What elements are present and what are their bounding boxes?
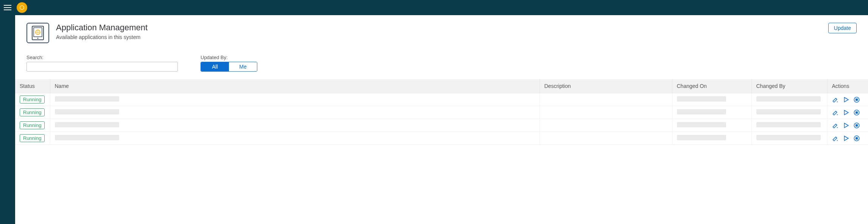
edit-icon[interactable] bbox=[832, 135, 839, 142]
stop-icon[interactable] bbox=[853, 96, 860, 103]
svg-rect-15 bbox=[856, 124, 857, 126]
col-name[interactable]: Name bbox=[50, 79, 540, 93]
page-title: Application Management bbox=[56, 23, 828, 33]
page-subtitle: Available applications in this system bbox=[56, 34, 828, 40]
play-icon[interactable] bbox=[843, 135, 849, 142]
svg-rect-18 bbox=[856, 137, 857, 139]
app-icon bbox=[26, 23, 49, 43]
svg-rect-9 bbox=[856, 99, 857, 100]
table-row[interactable]: Running bbox=[15, 132, 868, 145]
changed-on-placeholder bbox=[677, 96, 726, 102]
filter-row: Search: Updated By: All Me bbox=[15, 47, 868, 79]
changed-by-placeholder bbox=[756, 96, 821, 102]
svg-marker-16 bbox=[844, 136, 848, 141]
search-input[interactable] bbox=[26, 62, 178, 72]
name-placeholder bbox=[55, 109, 119, 114]
menu-icon[interactable] bbox=[4, 3, 13, 12]
svg-point-6 bbox=[37, 38, 39, 39]
update-button[interactable]: Update bbox=[828, 23, 857, 33]
name-placeholder bbox=[55, 122, 119, 127]
changed-on-placeholder bbox=[677, 109, 726, 114]
changed-by-placeholder bbox=[756, 109, 821, 114]
status-badge: Running bbox=[20, 108, 45, 116]
play-icon[interactable] bbox=[843, 122, 849, 129]
stop-icon[interactable] bbox=[853, 109, 860, 116]
edit-icon[interactable] bbox=[832, 96, 839, 103]
col-actions: Actions bbox=[827, 79, 868, 93]
edit-icon[interactable] bbox=[832, 109, 839, 116]
play-icon[interactable] bbox=[843, 109, 849, 116]
changed-on-placeholder bbox=[677, 135, 726, 140]
segment-me[interactable]: Me bbox=[229, 62, 257, 71]
col-status[interactable]: Status bbox=[15, 79, 50, 93]
updated-by-label: Updated By: bbox=[201, 55, 257, 60]
table-row[interactable]: Running bbox=[15, 93, 868, 106]
search-label: Search: bbox=[26, 55, 178, 60]
content: Application Management Available applica… bbox=[15, 15, 868, 224]
svg-marker-10 bbox=[844, 110, 848, 115]
left-rail bbox=[0, 15, 15, 224]
svg-marker-13 bbox=[844, 123, 848, 128]
topbar bbox=[0, 0, 868, 15]
svg-point-0 bbox=[20, 6, 24, 10]
play-icon[interactable] bbox=[843, 96, 849, 103]
status-badge: Running bbox=[20, 134, 45, 142]
name-placeholder bbox=[55, 135, 119, 140]
changed-on-placeholder bbox=[677, 122, 726, 127]
status-badge: Running bbox=[20, 96, 45, 103]
svg-marker-7 bbox=[844, 97, 848, 102]
edit-icon[interactable] bbox=[832, 122, 839, 129]
updated-by-segment: All Me bbox=[201, 62, 257, 72]
changed-by-placeholder bbox=[756, 135, 821, 140]
page-header: Application Management Available applica… bbox=[15, 15, 868, 47]
col-changed-on[interactable]: Changed On bbox=[672, 79, 751, 93]
stop-icon[interactable] bbox=[853, 122, 860, 129]
table: Status Name Description Changed On Chang… bbox=[15, 79, 868, 224]
col-changed-by[interactable]: Changed By bbox=[751, 79, 827, 93]
avatar[interactable] bbox=[17, 2, 27, 13]
table-row[interactable]: Running bbox=[15, 119, 868, 132]
stop-icon[interactable] bbox=[853, 135, 860, 142]
status-badge: Running bbox=[20, 121, 45, 129]
svg-rect-12 bbox=[856, 111, 857, 113]
table-row[interactable]: Running bbox=[15, 106, 868, 119]
segment-all[interactable]: All bbox=[201, 62, 229, 71]
col-description[interactable]: Description bbox=[540, 79, 672, 93]
name-placeholder bbox=[55, 96, 119, 102]
changed-by-placeholder bbox=[756, 122, 821, 127]
